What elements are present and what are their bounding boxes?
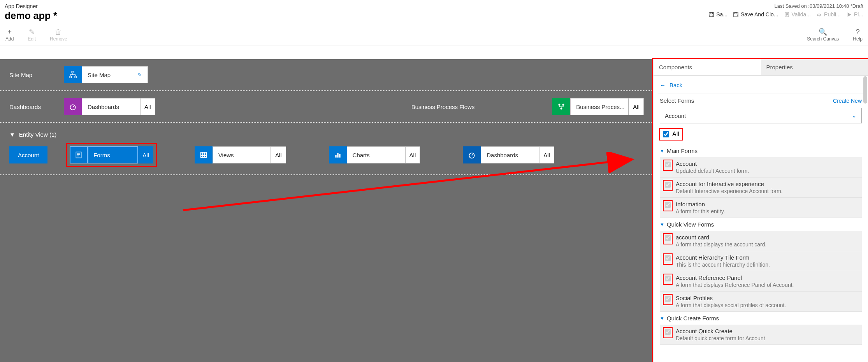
svg-rect-8 — [74, 76, 77, 78]
entity-view-header[interactable]: ▼ Entity View (1) — [0, 123, 653, 140]
form-item[interactable]: Account Reference Panel A form that disp… — [660, 271, 862, 292]
form-item[interactable]: account card A form that displays the ac… — [660, 231, 862, 251]
all-checkbox[interactable]: All — [660, 129, 682, 140]
chevron-down-icon: ▼ — [9, 131, 15, 138]
caret-down-icon: ▼ — [660, 316, 664, 321]
select-forms-label: Select Forms — [660, 97, 694, 104]
svg-rect-2 — [710, 15, 713, 17]
form-item[interactable]: Account for Interactive experience Defau… — [660, 177, 862, 198]
play-button[interactable]: Pl... — [846, 11, 863, 18]
entity-account[interactable]: Account — [9, 146, 47, 163]
charts-icon — [329, 146, 347, 163]
validate-icon — [784, 12, 790, 18]
search-icon: 🔍 — [819, 28, 827, 35]
search-canvas-button[interactable]: 🔍 Search Canvas — [807, 28, 839, 42]
dashboards-icon — [64, 98, 82, 115]
group-quick-view-forms[interactable]: ▼ Quick View Forms — [660, 221, 862, 228]
tab-properties[interactable]: Properties — [761, 59, 868, 75]
dashboards-all[interactable]: All — [140, 98, 155, 115]
sitemap-text: Site Map — [88, 72, 111, 78]
form-item[interactable]: Account Hierarchy Tile Form This is the … — [660, 251, 862, 271]
publish-icon — [816, 12, 822, 18]
form-item[interactable]: Information A form for this entity. — [660, 198, 862, 218]
svg-rect-16 — [337, 153, 338, 158]
svg-rect-4 — [735, 12, 737, 14]
forms-all[interactable]: All — [138, 146, 153, 163]
form-item[interactable]: Social Profiles A form that displays soc… — [660, 292, 862, 312]
publish-button[interactable]: Publi... — [816, 11, 841, 18]
svg-rect-7 — [69, 76, 72, 78]
views-asset[interactable]: Views All — [195, 146, 286, 163]
remove-button[interactable]: 🗑 Remove — [50, 28, 67, 42]
page-title: App Designer — [5, 3, 57, 9]
plus-icon: + — [7, 28, 12, 35]
svg-point-9 — [70, 105, 75, 110]
tab-components[interactable]: Components — [654, 59, 761, 75]
bpf-icon — [552, 98, 570, 115]
save-and-close-button[interactable]: Save And Clo... — [733, 11, 778, 18]
sitemap-block[interactable]: Site Map ✎ — [64, 66, 148, 83]
help-button[interactable]: ? Help — [853, 28, 863, 42]
svg-rect-17 — [339, 154, 340, 158]
add-button[interactable]: + Add — [5, 28, 14, 42]
bpf-label: Business Process Flows — [411, 104, 475, 110]
validate-button[interactable]: Valida... — [784, 11, 811, 18]
help-icon: ? — [856, 28, 860, 35]
caret-down-icon: ▼ — [660, 148, 664, 154]
svg-rect-15 — [335, 155, 336, 158]
sitemap-icon — [64, 66, 82, 83]
svg-point-12 — [561, 108, 562, 110]
panel-scrollbar[interactable] — [863, 76, 867, 104]
save-icon — [708, 12, 714, 18]
sitemap-label: Site Map — [9, 72, 64, 78]
chevron-down-icon: ⌄ — [852, 112, 857, 119]
charts-asset[interactable]: Charts All — [329, 146, 420, 163]
form-item[interactable]: Account Quick Create Default quick creat… — [660, 325, 862, 345]
bpf-block[interactable]: Business Proces... All — [552, 98, 644, 115]
app-name: demo app * — [5, 10, 57, 21]
group-quick-create-forms[interactable]: ▼ Quick Create Forms — [660, 315, 862, 322]
arrow-left-icon: ← — [660, 82, 666, 88]
svg-rect-13 — [76, 152, 81, 158]
svg-point-11 — [562, 104, 564, 106]
save-status: Last Saved on :03/09/2021 10:48 *Draft — [708, 3, 863, 9]
group-main-forms[interactable]: ▼ Main Forms — [660, 148, 862, 154]
charts-all[interactable]: All — [405, 146, 420, 163]
entity-dash-icon — [463, 146, 481, 163]
bpf-all[interactable]: All — [629, 98, 644, 115]
canvas[interactable]: Site Map Site Map ✎ Dashboards Dashboard… — [0, 59, 653, 362]
toolbar: + Add ✎ Edit 🗑 Remove 🔍 Search Canvas ? … — [0, 24, 868, 46]
edit-button[interactable]: ✎ Edit — [28, 28, 36, 42]
svg-point-18 — [469, 153, 474, 158]
save-button[interactable]: Sa... — [708, 11, 727, 18]
play-icon — [846, 12, 852, 18]
svg-point-10 — [559, 104, 561, 106]
header-bar: App Designer demo app * Last Saved on :0… — [0, 0, 868, 24]
create-new-link[interactable]: Create New — [833, 98, 862, 104]
trash-icon: 🗑 — [55, 28, 62, 35]
save-close-icon — [733, 12, 739, 18]
entity-dropdown[interactable]: Account ⌄ — [660, 108, 862, 123]
edit-sitemap-icon[interactable]: ✎ — [137, 72, 142, 78]
svg-rect-1 — [710, 12, 713, 14]
caret-down-icon: ▼ — [660, 222, 664, 227]
pencil-icon: ✎ — [29, 28, 35, 35]
entity-dash-all[interactable]: All — [539, 146, 554, 163]
svg-rect-14 — [200, 152, 206, 157]
forms-asset[interactable]: Forms All — [70, 146, 153, 163]
svg-rect-3 — [734, 12, 738, 16]
dashboards-block[interactable]: Dashboards All — [64, 98, 155, 115]
dashboards-label: Dashboards — [9, 104, 64, 110]
forms-icon — [70, 146, 88, 163]
svg-rect-6 — [72, 71, 74, 73]
entity-dashboards-asset[interactable]: Dashboards All — [463, 146, 554, 163]
views-all[interactable]: All — [271, 146, 286, 163]
back-button[interactable]: ← Back — [658, 79, 863, 93]
side-panel: Components Properties ← Back Select Form… — [653, 59, 868, 362]
form-item[interactable]: Account Updated default Account form. — [660, 157, 862, 177]
views-icon — [195, 146, 213, 163]
